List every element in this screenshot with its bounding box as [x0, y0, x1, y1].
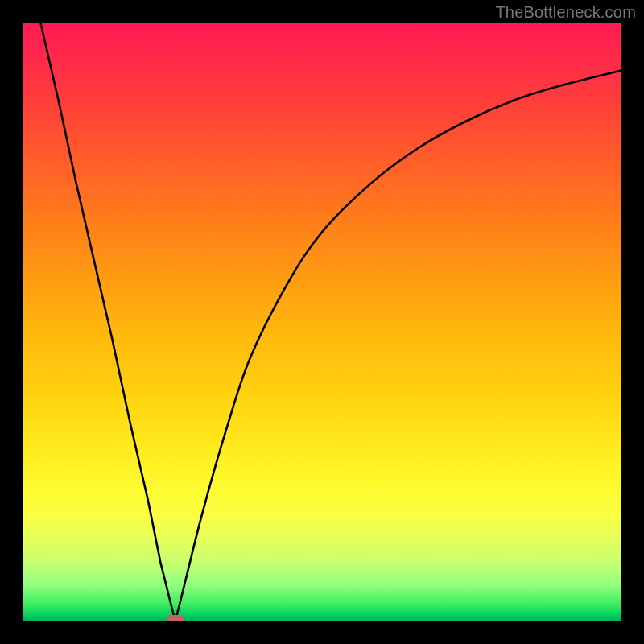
plot-area [23, 23, 621, 621]
optimum-marker [167, 615, 184, 621]
chart-frame: TheBottleneck.com [0, 0, 644, 644]
watermark-text: TheBottleneck.com [495, 3, 636, 22]
bottleneck-curve [23, 23, 621, 621]
